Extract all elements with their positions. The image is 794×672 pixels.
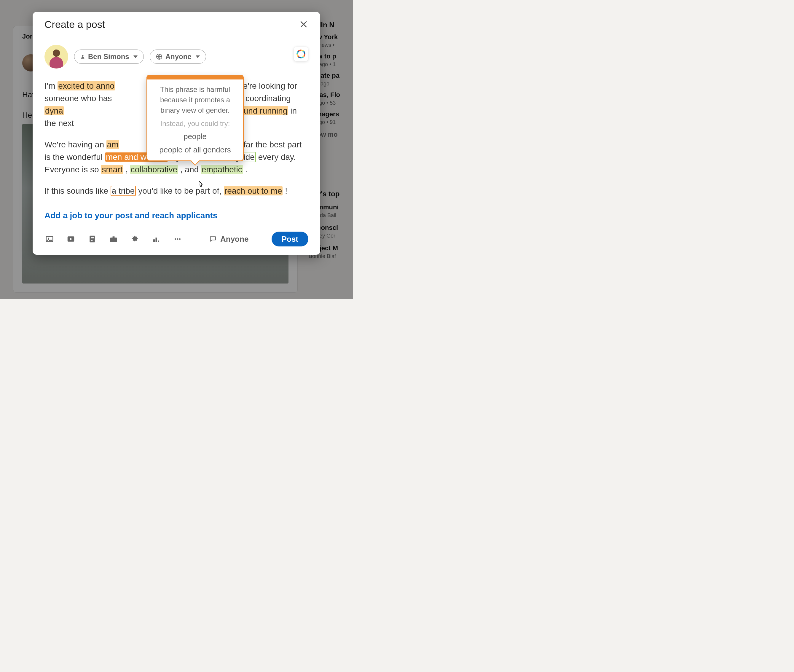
chevron-down-icon — [133, 56, 137, 58]
text-run: If this sounds like — [45, 186, 110, 195]
popover-message: This phrase is harmful because it promot… — [155, 85, 236, 115]
text-run: . — [245, 165, 248, 174]
highlight-jargon-excited[interactable]: excited to anno — [58, 81, 115, 90]
suggestion-option[interactable]: people of all genders — [155, 145, 236, 155]
add-job-link[interactable]: Add a job to your post and reach applica… — [33, 209, 320, 226]
create-poll-button[interactable] — [151, 234, 161, 244]
popover-accent-bar — [147, 75, 244, 80]
text-run: , — [125, 165, 130, 174]
author-selector[interactable]: Ben Simons — [74, 50, 144, 64]
video-icon — [66, 235, 75, 243]
highlight-jargon-dynamic[interactable]: dyna — [45, 106, 64, 115]
chevron-down-icon — [196, 56, 200, 58]
svg-rect-7 — [91, 239, 94, 239]
add-image-button[interactable] — [45, 234, 54, 244]
popover-try-label: Instead, you could try: — [155, 120, 236, 128]
highlight-jargon-amazing[interactable]: am — [107, 140, 119, 149]
svg-rect-6 — [91, 237, 94, 238]
add-video-button[interactable] — [66, 234, 76, 244]
svg-rect-9 — [110, 238, 117, 242]
svg-point-3 — [48, 238, 49, 239]
footer-divider — [196, 233, 196, 245]
author-name-label: Ben Simons — [88, 53, 129, 61]
text-run: We're having an — [45, 140, 107, 149]
modal-footer: Anyone Post — [33, 226, 320, 255]
comment-audience-button[interactable]: Anyone — [209, 235, 248, 244]
suggestion-option[interactable]: people — [155, 132, 236, 141]
add-document-button[interactable] — [87, 234, 97, 244]
suggestion-popover: This phrase is harmful because it promot… — [147, 75, 244, 161]
comment-icon — [209, 235, 217, 243]
highlight-jargon-tribe[interactable]: a tribe — [110, 186, 136, 196]
author-row: Ben Simons Anyone — [33, 38, 320, 71]
author-avatar[interactable] — [45, 45, 68, 69]
footer-audience-label: Anyone — [220, 235, 248, 244]
celebrate-button[interactable] — [130, 234, 140, 244]
add-job-button[interactable] — [109, 234, 118, 244]
svg-rect-8 — [91, 240, 93, 241]
text-run: you'd like to be part of, — [138, 186, 224, 195]
post-paragraph-3: If this sounds like a tribe you'd like t… — [45, 185, 308, 197]
text-run: ! — [285, 186, 287, 195]
svg-point-16 — [179, 238, 181, 240]
popover-arrow — [190, 160, 200, 166]
bar-chart-icon — [152, 235, 161, 243]
highlight-positive-collaborative[interactable]: collaborative — [130, 165, 178, 174]
starburst-icon — [131, 235, 139, 243]
highlight-jargon-reach-out[interactable]: reach out to me — [224, 186, 283, 195]
audience-selector[interactable]: Anyone — [150, 50, 206, 64]
highlight-positive-empathetic[interactable]: empathetic — [201, 165, 243, 174]
svg-rect-12 — [156, 238, 157, 242]
svg-rect-13 — [158, 240, 159, 242]
more-options-button[interactable] — [173, 234, 183, 244]
close-icon — [299, 20, 308, 29]
assistant-ring-icon — [297, 50, 305, 58]
modal-title: Create a post — [45, 19, 105, 30]
text-run: , and — [180, 165, 201, 174]
attachment-toolbar — [45, 234, 183, 244]
person-icon — [80, 54, 85, 59]
briefcase-icon — [109, 235, 118, 243]
post-button[interactable]: Post — [272, 232, 308, 246]
image-icon — [45, 235, 54, 243]
create-post-modal: Create a post Ben Simons Anyone — [33, 12, 320, 255]
modal-header: Create a post — [33, 12, 320, 38]
text-run: I'm — [45, 81, 58, 90]
highlight-jargon-smart[interactable]: smart — [101, 165, 123, 174]
svg-point-0 — [82, 55, 83, 57]
audience-label: Anyone — [165, 53, 192, 61]
svg-point-14 — [175, 238, 176, 240]
writing-assistant-chip[interactable] — [294, 46, 308, 61]
document-icon — [88, 235, 97, 243]
close-button[interactable] — [298, 18, 310, 30]
globe-icon — [156, 53, 163, 60]
ellipsis-icon — [173, 235, 182, 243]
svg-point-15 — [177, 238, 179, 240]
svg-rect-10 — [112, 236, 115, 238]
svg-rect-11 — [153, 239, 155, 242]
